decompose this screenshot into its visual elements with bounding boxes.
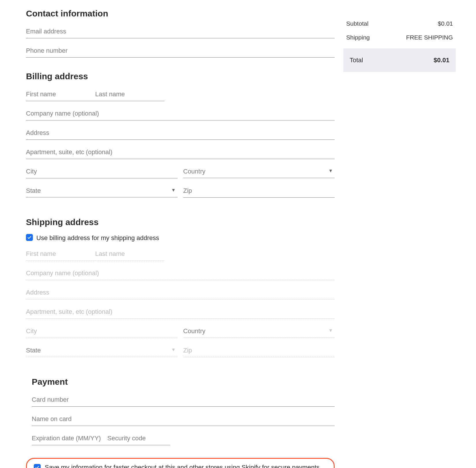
use-billing-checkbox[interactable] bbox=[26, 234, 33, 241]
subtotal-label: Subtotal bbox=[346, 20, 368, 27]
shipping-country-select[interactable]: Country bbox=[183, 324, 335, 338]
shipping-apt-field bbox=[26, 305, 335, 319]
billing-title: Billing address bbox=[26, 71, 335, 81]
summary-shipping-row: Shipping FREE SHIPPING bbox=[343, 31, 456, 44]
shipping-title: Shipping address bbox=[26, 217, 335, 227]
phone-field[interactable] bbox=[26, 44, 335, 58]
total-label: Total bbox=[350, 56, 363, 64]
security-code-field[interactable] bbox=[107, 432, 170, 445]
name-on-card-field[interactable] bbox=[32, 412, 335, 426]
billing-apt-field[interactable] bbox=[26, 146, 335, 159]
summary-subtotal-row: Subtotal $0.01 bbox=[343, 17, 456, 31]
shipping-first-name-field bbox=[26, 247, 95, 261]
save-info-checkbox[interactable] bbox=[34, 464, 41, 468]
subtotal-value: $0.01 bbox=[438, 20, 453, 27]
payment-section: Payment bbox=[26, 377, 335, 451]
shipping-section: Shipping address Use billing address for… bbox=[26, 217, 335, 363]
email-field[interactable] bbox=[26, 25, 335, 38]
billing-state-select[interactable]: State bbox=[26, 184, 177, 197]
shipping-city-field bbox=[26, 324, 177, 338]
total-value: $0.01 bbox=[434, 56, 449, 64]
save-info-text: Save my information for faster checkout … bbox=[45, 463, 321, 468]
shipping-value: FREE SHIPPING bbox=[406, 34, 453, 41]
shipping-company-field bbox=[26, 267, 335, 280]
expiration-field[interactable] bbox=[32, 432, 107, 445]
summary-total-row: Total $0.01 bbox=[343, 48, 456, 72]
shipping-state-select[interactable]: State bbox=[26, 344, 177, 357]
payment-title: Payment bbox=[32, 377, 335, 387]
billing-first-name-field[interactable] bbox=[26, 88, 95, 101]
billing-section: Billing address Country ▼ State ▼ bbox=[26, 71, 335, 203]
billing-company-field[interactable] bbox=[26, 107, 335, 120]
billing-country-select[interactable]: Country bbox=[183, 165, 335, 178]
save-info-line1: Save my information for faster checkout … bbox=[45, 464, 321, 468]
use-billing-label: Use billing address for my shipping addr… bbox=[36, 233, 159, 243]
shipping-address-field bbox=[26, 286, 335, 299]
shipping-label: Shipping bbox=[346, 34, 370, 41]
order-summary: Subtotal $0.01 Shipping FREE SHIPPING To… bbox=[343, 17, 456, 72]
card-number-field[interactable] bbox=[32, 393, 335, 407]
billing-city-field[interactable] bbox=[26, 165, 177, 178]
billing-zip-field[interactable] bbox=[183, 184, 335, 198]
contact-title: Contact information bbox=[26, 9, 335, 18]
shipping-zip-field bbox=[183, 344, 335, 357]
contact-section: Contact information bbox=[26, 9, 335, 58]
billing-last-name-field[interactable] bbox=[95, 88, 164, 101]
shipping-last-name-field bbox=[95, 247, 164, 261]
save-info-callout: Save my information for faster checkout … bbox=[26, 458, 335, 468]
billing-address-field[interactable] bbox=[26, 126, 335, 140]
